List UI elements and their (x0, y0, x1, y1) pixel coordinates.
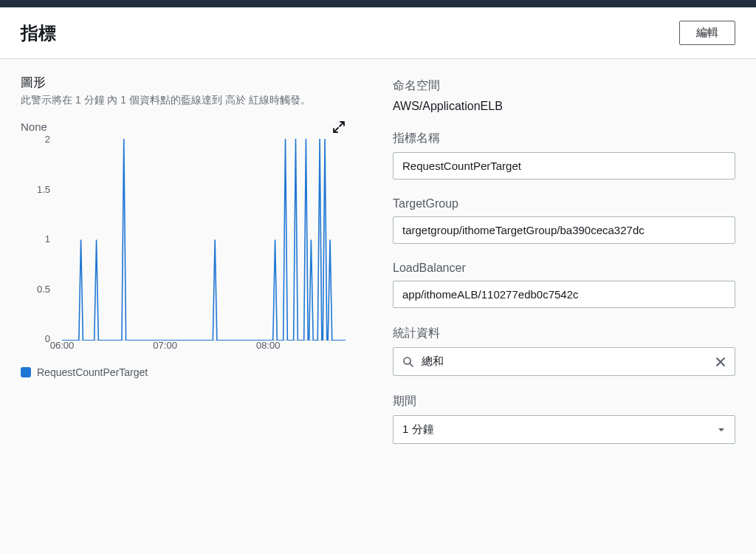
page-title: 指標 (21, 21, 56, 45)
period-value: 1 分鐘 (402, 423, 434, 437)
chart-container: None 00.511.52 06:0007:0008:00 RequestCo… (21, 120, 346, 378)
caret-down-icon (717, 425, 726, 434)
y-tick: 1 (45, 233, 50, 244)
x-tick: 07:00 (153, 340, 177, 351)
svg-line-2 (410, 363, 413, 366)
y-tick: 2 (45, 134, 50, 145)
graph-section-label: 圖形 (21, 74, 346, 91)
search-icon (402, 356, 414, 368)
period-select[interactable]: 1 分鐘 (393, 415, 735, 444)
metric-name-input[interactable]: RequestCountPerTarget (393, 152, 735, 179)
load-balancer-value: app/ithomeALB/110277edb0c7542c (402, 288, 579, 301)
clear-icon[interactable] (715, 357, 726, 367)
statistic-value: 總和 (422, 355, 444, 369)
chart-legend: RequestCountPerTarget (21, 366, 346, 378)
statistic-combobox[interactable]: 總和 (393, 347, 735, 376)
chart-y-axis: 00.511.52 (21, 139, 56, 338)
top-nav-bar (0, 0, 756, 7)
graph-section-desc: 此警示將在 1 分鐘 內 1 個資料點的藍線達到 高於 紅線時觸發。 (21, 94, 346, 107)
target-group-label: TargetGroup (393, 197, 735, 211)
chart-area: 00.511.52 06:0007:0008:00 (21, 139, 346, 353)
edit-button[interactable]: 編輯 (679, 21, 735, 45)
target-group-input[interactable]: targetgroup/ithomeTargetGroup/ba390ceca3… (393, 216, 735, 244)
page-header: 指標 編輯 (0, 7, 756, 59)
load-balancer-input[interactable]: app/ithomeALB/110277edb0c7542c (393, 281, 735, 308)
statistic-label: 統計資料 (393, 326, 735, 341)
load-balancer-label: LoadBalancer (393, 261, 735, 275)
namespace-value: AWS/ApplicationELB (393, 100, 735, 113)
namespace-label: 命名空間 (393, 78, 735, 94)
legend-swatch (21, 367, 31, 377)
x-tick: 06:00 (50, 340, 75, 351)
chart-plot (62, 139, 346, 341)
chart-title: None (21, 120, 346, 133)
y-tick: 0.5 (37, 283, 50, 294)
chart-x-axis: 06:0007:0008:00 (62, 338, 346, 353)
period-label: 期間 (393, 394, 735, 409)
expand-icon[interactable] (332, 120, 346, 137)
metric-name-value: RequestCountPerTarget (402, 160, 521, 172)
y-tick: 1.5 (37, 183, 50, 194)
x-tick: 08:00 (256, 340, 281, 351)
metric-name-label: 指標名稱 (393, 131, 735, 146)
legend-label: RequestCountPerTarget (37, 366, 148, 378)
target-group-value: targetgroup/ithomeTargetGroup/ba390ceca3… (402, 224, 645, 236)
